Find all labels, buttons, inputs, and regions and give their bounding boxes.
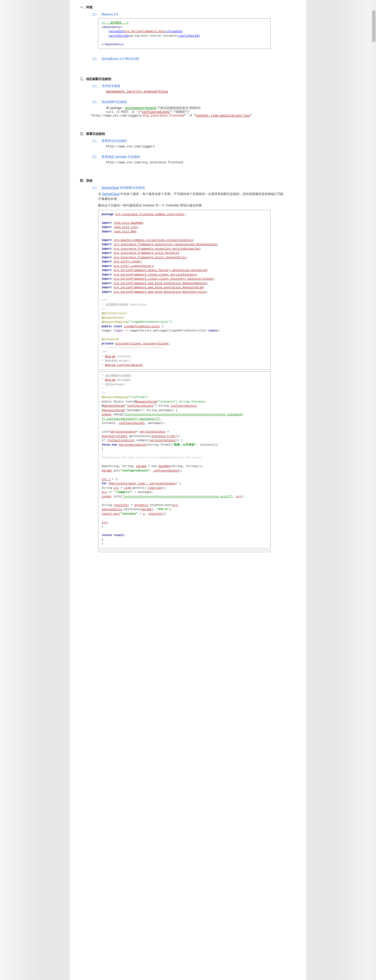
dependency-open: <dependency> [102, 25, 122, 29]
dependency-close: </dependency> [102, 43, 124, 46]
security-prop: management.security.enabled=false [106, 90, 296, 94]
artifactid-open: <artifactId> [108, 34, 129, 37]
item-2-2: （2）、动态刷新日志级别 [90, 100, 296, 104]
scroll-thumb[interactable] [372, 10, 376, 42]
artifactid-close: </artifactId> [177, 34, 200, 37]
item-3-2: （2）、查看指定 package 日志级别 [90, 155, 296, 159]
section-3-title: 三、查看日志级别 [80, 132, 296, 136]
groupid-value: org.springframework.boot [124, 30, 165, 33]
java-code-block-2: * 指定刷新的日志级别 * @param packages * 指定packag… [98, 371, 271, 549]
url-all-loggers: http://www.xxx.com/loggers [106, 145, 296, 148]
item-1-2: （2）、SpringBoot1.5.2.RELEASE [90, 57, 296, 61]
solution-desc: 解决这个问题有一种方案就是在 frontend 写一个 Controller 帮… [98, 203, 286, 208]
curl-line2: "http://www.xxx.com/loggers/org.insuranc… [90, 114, 296, 118]
groupid-open: <groupId> [108, 30, 124, 33]
item-1-1: （1）、Maven3.3.9 [90, 12, 296, 17]
xml-comment: <!-- 监控模块 --> [102, 21, 129, 24]
item-3-1: （1）、查看所有日志级别 [90, 139, 296, 143]
springcloud-desc: 在 SpringCloud 中有多个服务，每个服务有多个实例，不可能给每个实例发… [98, 192, 286, 202]
section-4-title: 四、其他 [80, 178, 296, 183]
maven-dependency-block: <!-- 监控模块 --> <dependency> <groupId>org.… [98, 18, 271, 49]
artifactid-value: spring-boot-starter-actuator [129, 34, 178, 37]
item-4-1: （1）、SpringCloud 动态刷新日志级别 [90, 186, 296, 190]
curl-line1: curl -X POST -d '{"configuredLevel":"DEB… [106, 110, 296, 114]
section-1-title: 一、环境 [80, 5, 296, 10]
empty-block [98, 550, 271, 552]
section-2-title: 二、动态刷新日志级别 [80, 77, 296, 81]
groupid-close: </groupId> [165, 30, 182, 33]
item-2-1: （1）、关闭安全校验 [90, 84, 296, 88]
url-package-logger: http://www.xxx.com/org.insurance.fronten… [106, 161, 296, 164]
change-desc: 将 package：org.insurance.frontend 下的日志级别动… [106, 106, 296, 110]
vertical-scrollbar[interactable] [371, 0, 376, 980]
java-code-block-1: package org.insurance.frontend.common.co… [98, 210, 271, 370]
